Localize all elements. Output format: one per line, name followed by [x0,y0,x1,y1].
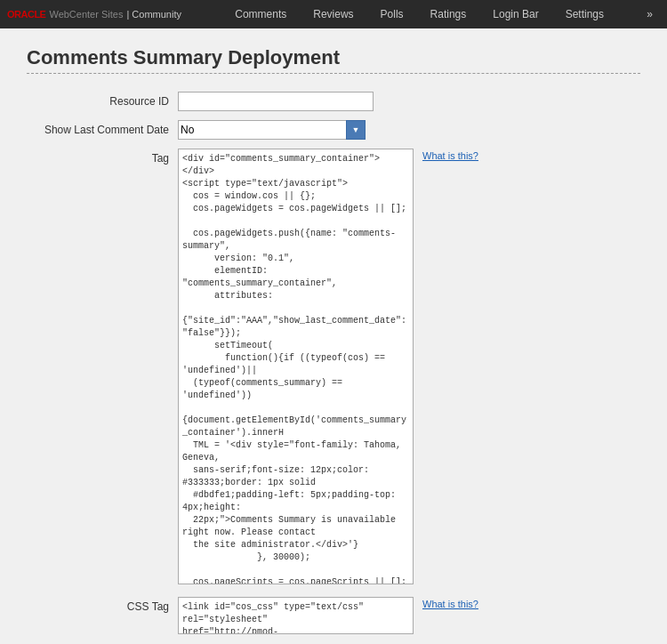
css-tag-content-wrapper: <link id="cos_css" type="text/css" rel="… [178,597,640,634]
form-area: Resource ID Show Last Comment Date No Ye… [27,92,640,634]
show-last-comment-row: Show Last Comment Date No Yes [27,120,640,140]
nav-item-reviews[interactable]: Reviews [301,0,366,28]
nav-item-polls[interactable]: Polls [368,0,416,28]
resource-id-input[interactable] [178,92,374,111]
nav-expand-button[interactable]: » [639,8,660,20]
brand-area: ORACLE WebCenter Sites | Community [7,9,181,20]
brand-separator: WebCenter Sites [49,9,123,20]
show-last-comment-select[interactable]: No Yes [178,120,347,140]
tag-content-wrapper: <div id="comments_summary_container"></d… [178,149,640,584]
page-title: Comments Summary Deployment [27,46,640,69]
top-navigation: ORACLE WebCenter Sites | Community Comme… [0,0,667,28]
css-tag-what-is-this-link[interactable]: What is this? [422,597,478,634]
title-divider [27,73,640,74]
main-content: Comments Summary Deployment Resource ID … [0,28,667,644]
resource-id-label: Resource ID [27,92,169,108]
nav-item-settings[interactable]: Settings [553,0,616,28]
tag-what-is-this-link[interactable]: What is this? [422,149,478,584]
show-last-comment-label: Show Last Comment Date [27,120,169,136]
nav-item-comments[interactable]: Comments [222,0,299,28]
nav-item-ratings[interactable]: Ratings [418,0,479,28]
show-last-comment-wrapper: No Yes [178,120,366,140]
select-arrow-icon[interactable] [346,120,366,140]
tag-label: Tag [27,149,169,165]
nav-item-login-bar[interactable]: Login Bar [480,0,550,28]
css-tag-textarea[interactable]: <link id="cos_css" type="text/css" rel="… [178,597,414,634]
css-tag-row: CSS Tag <link id="cos_css" type="text/cs… [27,597,640,634]
nav-links: Comments Reviews Polls Ratings Login Bar… [199,0,639,28]
tag-row: Tag <div id="comments_summary_container"… [27,149,640,584]
oracle-logo: ORACLE [7,9,45,20]
css-tag-label: CSS Tag [27,597,169,613]
tag-textarea[interactable]: <div id="comments_summary_container"></d… [178,149,414,584]
resource-id-row: Resource ID [27,92,640,111]
product-name: | Community [126,9,181,20]
